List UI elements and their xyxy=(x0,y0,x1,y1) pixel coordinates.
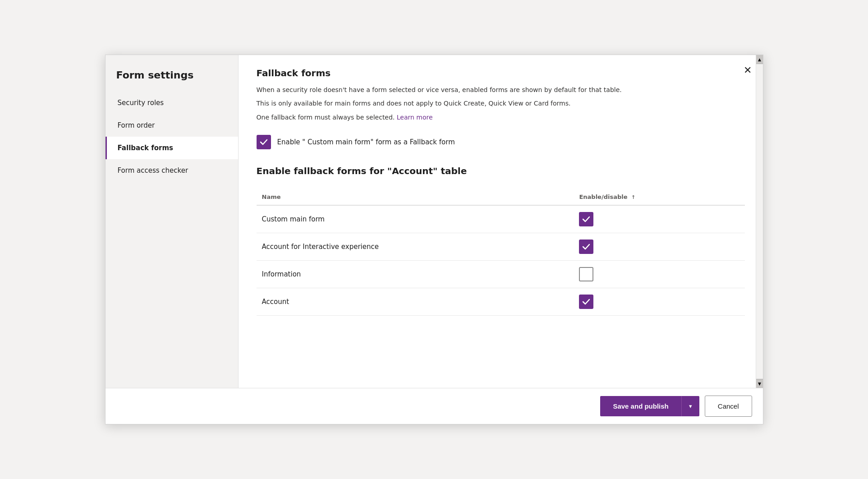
checkbox-enabled[interactable] xyxy=(579,212,593,226)
sidebar-item-label: Form order xyxy=(118,121,155,129)
sidebar-item-label: Security roles xyxy=(118,99,164,107)
fallback-option-label: Enable " Custom main form" form as a Fal… xyxy=(277,138,455,146)
modal-body: Form settings Security roles Form order … xyxy=(106,55,763,388)
checkbox-enabled[interactable] xyxy=(579,295,593,309)
table-section-title: Enable fallback forms for "Account" tabl… xyxy=(257,166,745,176)
learn-more-link[interactable]: Learn more xyxy=(397,114,433,121)
fallback-checkbox[interactable] xyxy=(257,135,271,149)
scrollbar-down[interactable]: ▼ xyxy=(756,379,763,388)
table-row: Account for Interactive experience xyxy=(257,233,745,261)
cancel-button[interactable]: Cancel xyxy=(705,396,752,417)
save-publish-dropdown-button[interactable]: ▾ xyxy=(682,396,699,416)
table-cell-enable xyxy=(574,288,744,316)
sidebar: Form settings Security roles Form order … xyxy=(106,55,239,388)
table-cell-enable xyxy=(574,205,744,233)
main-content: ✕ Fallback forms When a security role do… xyxy=(239,55,763,388)
sidebar-item-label: Fallback forms xyxy=(118,144,174,152)
close-icon: ✕ xyxy=(744,64,752,76)
table-cell-enable xyxy=(574,233,744,261)
save-publish-button[interactable]: Save and publish xyxy=(600,396,681,416)
fallback-forms-table: Name Enable/disable ↑ Custom main formAc… xyxy=(257,189,745,316)
checkbox-enabled[interactable] xyxy=(579,240,593,254)
sort-asc-icon: ↑ xyxy=(631,194,635,200)
fallback-checkbox-option: Enable " Custom main form" form as a Fal… xyxy=(257,135,745,149)
table-row: Information xyxy=(257,261,745,288)
modal-container: Form settings Security roles Form order … xyxy=(105,55,763,424)
sidebar-title: Form settings xyxy=(106,62,238,92)
chevron-down-icon: ▾ xyxy=(689,403,692,410)
modal-footer: Save and publish ▾ Cancel xyxy=(106,388,763,424)
sidebar-item-form-access-checker[interactable]: Form access checker xyxy=(106,159,238,182)
table-cell-name: Account xyxy=(257,288,574,316)
table-cell-name: Custom main form xyxy=(257,205,574,233)
table-cell-enable xyxy=(574,261,744,288)
save-publish-button-group: Save and publish ▾ xyxy=(600,396,699,416)
table-row: Account xyxy=(257,288,745,316)
description-line2: This is only available for main forms an… xyxy=(257,98,730,108)
description-line3: One fallback form must always be selecte… xyxy=(257,114,433,121)
sidebar-item-label: Form access checker xyxy=(118,166,188,175)
close-button[interactable]: ✕ xyxy=(739,62,756,78)
table-cell-name: Information xyxy=(257,261,574,288)
col-header-name: Name xyxy=(257,189,574,205)
sidebar-item-security-roles[interactable]: Security roles xyxy=(106,92,238,114)
sidebar-item-fallback-forms[interactable]: Fallback forms xyxy=(106,137,238,159)
section-title: Fallback forms xyxy=(257,68,745,78)
description-line1: When a security role doesn't have a form… xyxy=(257,85,730,95)
scrollbar-up[interactable]: ▲ xyxy=(756,55,763,64)
checkmark-icon xyxy=(260,138,268,146)
table-row: Custom main form xyxy=(257,205,745,233)
sidebar-item-form-order[interactable]: Form order xyxy=(106,114,238,137)
checkbox-disabled[interactable] xyxy=(579,267,593,281)
table-cell-name: Account for Interactive experience xyxy=(257,233,574,261)
col-header-enable[interactable]: Enable/disable ↑ xyxy=(574,189,744,205)
